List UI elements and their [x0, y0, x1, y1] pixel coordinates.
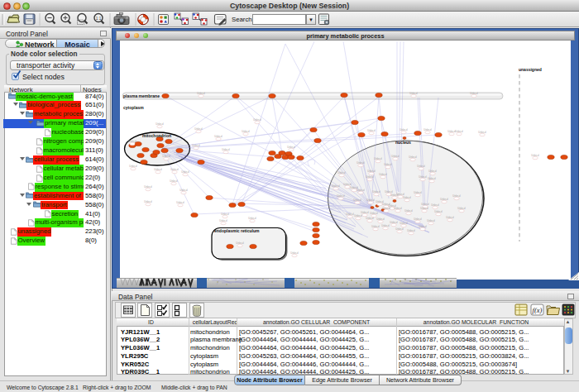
svg-text:Unkn-d: Unkn-d: [409, 155, 417, 159]
svg-text:Unkn-d: Unkn-d: [219, 219, 227, 222]
svg-text:Unkn-d: Unkn-d: [192, 144, 200, 147]
svg-text:Unkn-d: Unkn-d: [394, 207, 402, 210]
svg-text:Unkn-d: Unkn-d: [390, 221, 398, 224]
svg-text:Unkn-d: Unkn-d: [403, 196, 411, 199]
svg-text:Unkn-d: Unkn-d: [236, 241, 244, 245]
svg-text:Unkn-d: Unkn-d: [419, 175, 427, 179]
svg-text:nucleus: nucleus: [395, 140, 411, 145]
svg-text:Unkn-d: Unkn-d: [337, 194, 345, 198]
svg-text:Unkn-d: Unkn-d: [419, 225, 427, 228]
svg-text:Unkn-d: Unkn-d: [421, 203, 429, 206]
svg-text:Unkn-d: Unkn-d: [414, 191, 422, 194]
svg-text:Unkn-d: Unkn-d: [346, 213, 354, 216]
svg-text:Unkn-d: Unkn-d: [144, 200, 152, 203]
svg-text:Unkn-d: Unkn-d: [395, 227, 404, 231]
svg-text:Unkn-d: Unkn-d: [356, 189, 365, 192]
svg-text:Unkn-d: Unkn-d: [428, 177, 436, 180]
svg-text:Unkn-d: Unkn-d: [337, 171, 346, 174]
svg-text:plasma membrane: plasma membrane: [123, 93, 160, 98]
svg-text:Unkn-d: Unkn-d: [170, 168, 179, 171]
svg-text:Unkn-d: Unkn-d: [376, 218, 385, 221]
svg-text:Unkn-d: Unkn-d: [287, 146, 295, 149]
svg-text:Unkn-d: Unkn-d: [367, 129, 376, 132]
svg-text:Unkn-d: Unkn-d: [381, 224, 390, 227]
svg-text:Unkn-d: Unkn-d: [197, 92, 205, 95]
svg-text:Unkn-d: Unkn-d: [370, 212, 378, 215]
svg-text:Unkn-d: Unkn-d: [248, 217, 256, 220]
svg-text:Unkn-d: Unkn-d: [457, 207, 466, 210]
svg-text:Unkn-d: Unkn-d: [428, 170, 437, 173]
svg-text:Unkn-d: Unkn-d: [221, 213, 229, 216]
svg-text:Unkn-d: Unkn-d: [391, 155, 400, 158]
svg-text:Unkn-d: Unkn-d: [367, 170, 376, 173]
svg-text:Unkn-d: Unkn-d: [431, 203, 439, 207]
svg-text:Unkn-d: Unkn-d: [384, 163, 392, 166]
svg-text:Unkn-d: Unkn-d: [366, 198, 375, 202]
svg-text:Unkn-d: Unkn-d: [253, 118, 261, 122]
svg-text:Unkn-d: Unkn-d: [170, 179, 178, 183]
svg-text:unassigned: unassigned: [519, 67, 542, 72]
svg-text:Unkn-d: Unkn-d: [382, 207, 390, 210]
svg-text:Unkn-d: Unkn-d: [176, 201, 184, 204]
svg-text:Unkn-d: Unkn-d: [400, 222, 408, 225]
svg-text:Unkn-d: Unkn-d: [409, 92, 418, 95]
svg-text:mitochondrion: mitochondrion: [142, 133, 171, 138]
svg-text:Unkn-d: Unkn-d: [452, 194, 461, 198]
svg-text:Unkn-d: Unkn-d: [179, 189, 188, 192]
svg-text:Unkn-d: Unkn-d: [214, 135, 223, 138]
svg-text:Unkn-d: Unkn-d: [162, 155, 170, 158]
svg-text:f(x): f(x): [533, 306, 543, 314]
svg-text:Unkn-d: Unkn-d: [423, 128, 432, 131]
svg-text:Unkn-d: Unkn-d: [407, 229, 415, 232]
svg-text:Unkn-d: Unkn-d: [434, 210, 443, 213]
svg-text:Unkn-d: Unkn-d: [372, 190, 380, 194]
svg-text:Unkn-d: Unkn-d: [417, 165, 425, 168]
svg-text:Unkn-d: Unkn-d: [361, 211, 369, 214]
svg-text:Unkn-d: Unkn-d: [414, 218, 422, 221]
svg-text:endoplasmic reticulum: endoplasmic reticulum: [214, 228, 260, 233]
svg-text:Unkn-d: Unkn-d: [222, 148, 230, 151]
svg-text:Unkn-d: Unkn-d: [353, 198, 361, 202]
svg-text:Unkn-d: Unkn-d: [427, 219, 435, 222]
svg-text:Unkn-d: Unkn-d: [470, 92, 478, 95]
svg-text:1:1: 1:1: [96, 17, 102, 21]
svg-text:cytoplasm: cytoplasm: [123, 105, 144, 110]
svg-text:Unkn-d: Unkn-d: [420, 207, 428, 210]
svg-text:Unkn-d: Unkn-d: [290, 251, 299, 255]
svg-text:Unkn-d: Unkn-d: [379, 173, 387, 176]
svg-text:Unkn-d: Unkn-d: [356, 161, 365, 165]
svg-text:Unkn-d: Unkn-d: [181, 170, 189, 174]
svg-text:Unkn-d: Unkn-d: [374, 157, 382, 160]
svg-text:Unkn-d: Unkn-d: [129, 165, 137, 168]
svg-text:Unkn-d: Unkn-d: [400, 128, 408, 131]
svg-text:Unkn-d: Unkn-d: [531, 154, 539, 157]
svg-text:Unkn-d: Unkn-d: [332, 184, 340, 188]
svg-text:Unkn-d: Unkn-d: [366, 217, 374, 220]
svg-text:Unkn-d: Unkn-d: [446, 216, 454, 219]
svg-text:Unkn-d: Unkn-d: [455, 130, 463, 133]
svg-text:Unkn-d: Unkn-d: [366, 175, 374, 179]
svg-text:Unkn-d: Unkn-d: [371, 225, 380, 228]
svg-text:Unkn-d: Unkn-d: [478, 131, 486, 134]
svg-text:Unkn-d: Unkn-d: [440, 198, 448, 201]
svg-text:Unkn-d: Unkn-d: [128, 140, 136, 143]
svg-text:Unkn-d: Unkn-d: [242, 130, 250, 133]
svg-text:Unkn-d: Unkn-d: [144, 185, 152, 189]
svg-text:Unkn-d: Unkn-d: [354, 214, 362, 218]
svg-text:Unkn-d: Unkn-d: [154, 168, 162, 171]
svg-text:Unkn-d: Unkn-d: [404, 209, 413, 213]
svg-text:Unkn-d: Unkn-d: [156, 122, 164, 126]
svg-text:Unkn-d: Unkn-d: [194, 127, 203, 131]
